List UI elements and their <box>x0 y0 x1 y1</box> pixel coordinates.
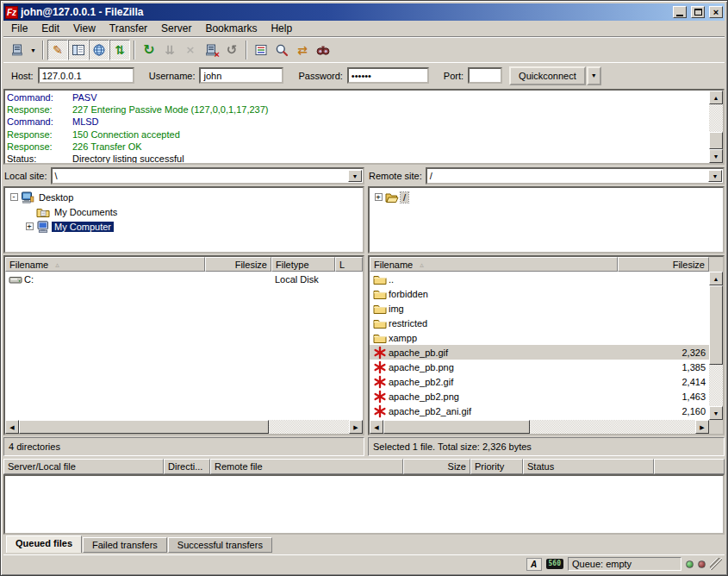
expand-icon[interactable]: + <box>26 222 34 230</box>
tree-node-root[interactable]: + / <box>373 190 723 204</box>
toggle-local-tree-button[interactable] <box>68 40 89 60</box>
remote-row[interactable]: apache_pb2_ani.gif 2,160 <box>370 404 709 418</box>
remote-row[interactable]: apache_pb2.gif 2,414 <box>370 374 709 389</box>
tab-failed-transfers[interactable]: Failed transfers <box>83 537 167 553</box>
scroll-thumb[interactable] <box>19 420 269 434</box>
scroll-track[interactable] <box>530 420 695 434</box>
scroll-down-icon[interactable]: ▼ <box>709 149 723 163</box>
combo-dropdown-icon[interactable]: ▼ <box>708 170 722 182</box>
file-search-button[interactable] <box>271 40 292 60</box>
scroll-track[interactable] <box>709 104 723 132</box>
local-row-c-drive[interactable]: C: Local Disk <box>5 272 363 286</box>
scroll-right-icon[interactable]: ▶ <box>695 420 709 434</box>
image-file-icon <box>373 346 387 360</box>
menu-help[interactable]: Help <box>264 21 299 36</box>
menu-transfer[interactable]: Transfer <box>103 21 154 36</box>
maximize-button[interactable] <box>691 6 705 18</box>
column-header-server-local-file[interactable]: Server/Local file <box>3 459 164 474</box>
scroll-down-icon[interactable]: ▼ <box>709 406 723 420</box>
scroll-up-icon[interactable]: ▲ <box>709 272 723 285</box>
process-queue-button[interactable]: ⇊ <box>159 40 180 60</box>
scroll-left-icon[interactable]: ◀ <box>370 420 383 434</box>
column-header-last-modified[interactable]: L <box>335 257 363 272</box>
column-header-filesize[interactable]: Filesize <box>205 257 271 272</box>
column-header-priority[interactable]: Priority <box>470 459 523 474</box>
column-header-filename[interactable]: Filename▵ <box>5 257 205 272</box>
cancel-operation-button[interactable]: × <box>180 40 201 60</box>
scroll-up-icon[interactable]: ▲ <box>709 91 723 104</box>
tab-successful-transfers[interactable]: Successful transfers <box>168 537 272 553</box>
app-icon[interactable]: Fz <box>5 6 18 19</box>
remote-row[interactable]: xampp <box>370 330 709 345</box>
scroll-track[interactable] <box>709 365 723 406</box>
column-header-size[interactable]: Size <box>403 459 470 474</box>
reconnect-button[interactable]: ↺ <box>221 40 242 60</box>
dropdown-icon: ▼ <box>30 47 36 53</box>
remote-row[interactable]: forbidden <box>370 286 709 301</box>
scroll-left-icon[interactable]: ◀ <box>5 420 19 434</box>
reconnect-icon: ↺ <box>227 44 238 56</box>
local-site-combo[interactable]: \ ▼ <box>51 167 364 185</box>
site-manager-dropdown[interactable]: ▼ <box>28 41 39 59</box>
quickconnect-dropdown[interactable]: ▼ <box>587 66 601 85</box>
remote-row[interactable]: .. <box>370 272 709 286</box>
activity-led-red <box>698 560 706 568</box>
remote-row[interactable]: img <box>370 301 709 316</box>
sort-asc-icon: ▵ <box>420 260 424 269</box>
local-horizontal-scrollbar[interactable]: ◀ ▶ <box>5 420 363 434</box>
image-file-icon <box>373 360 387 374</box>
column-header-status[interactable]: Status <box>523 459 654 474</box>
synchronized-browsing-button[interactable]: ⇄ <box>292 40 313 60</box>
expand-icon[interactable]: + <box>375 193 383 201</box>
minimize-button[interactable] <box>673 6 687 18</box>
remote-list-rows: .. forbidden img restricted <box>370 272 709 420</box>
scroll-thumb[interactable] <box>709 285 723 365</box>
menu-server[interactable]: Server <box>154 21 198 36</box>
tree-node-desktop[interactable]: - Desktop <box>9 190 363 204</box>
menu-bookmarks[interactable]: Bookmarks <box>198 21 264 36</box>
speed-limit-icon[interactable]: 560 <box>546 559 563 569</box>
menu-edit[interactable]: Edit <box>34 21 66 36</box>
refresh-button[interactable]: ↻ <box>139 40 159 60</box>
remote-row[interactable]: apache_pb.png 1,385 <box>370 360 709 374</box>
column-header-filename[interactable]: Filename▵ <box>370 257 618 272</box>
column-header-remote-file[interactable]: Remote file <box>210 459 403 474</box>
directory-comparison-button[interactable] <box>313 40 333 60</box>
scroll-track[interactable] <box>269 420 349 434</box>
column-header-direction[interactable]: Directi... <box>164 459 210 474</box>
remote-row-selected[interactable]: apache_pb.gif 2,326 <box>370 345 709 360</box>
port-input[interactable] <box>468 67 502 84</box>
remote-row[interactable]: restricted <box>370 316 709 330</box>
toggle-message-log-button[interactable]: ✎ <box>47 40 68 60</box>
remote-horizontal-scrollbar[interactable]: ◀ ▶ <box>370 420 709 434</box>
tree-node-my-computer[interactable]: + My Computer <box>9 219 363 234</box>
column-header-filesize[interactable]: Filesize <box>618 257 709 272</box>
site-manager-icon <box>10 43 24 57</box>
combo-dropdown-icon[interactable]: ▼ <box>348 170 362 182</box>
remote-row[interactable]: apache_pb2.png 1,463 <box>370 389 709 404</box>
data-type-indicator-icon[interactable]: A <box>526 558 542 571</box>
scroll-thumb[interactable] <box>709 132 723 149</box>
close-button[interactable]: × <box>709 6 723 18</box>
site-manager-button[interactable] <box>7 40 28 60</box>
scroll-thumb[interactable] <box>383 420 530 434</box>
toggle-transfer-queue-button[interactable]: ⇅ <box>109 40 130 60</box>
remote-vertical-scrollbar[interactable]: ▲ ▼ <box>709 272 723 420</box>
disconnect-button[interactable]: × <box>201 40 221 60</box>
host-input[interactable] <box>38 67 134 84</box>
column-header-filetype[interactable]: Filetype <box>271 257 335 272</box>
log-vertical-scrollbar[interactable]: ▲ ▼ <box>709 91 723 163</box>
tab-queued-files[interactable]: Queued files <box>6 535 82 553</box>
scroll-right-icon[interactable]: ▶ <box>349 420 363 434</box>
username-input[interactable] <box>199 67 283 84</box>
menu-view[interactable]: View <box>66 21 103 36</box>
password-input[interactable] <box>347 67 429 84</box>
directory-listing-filters-button[interactable] <box>251 40 271 60</box>
tree-node-my-documents[interactable]: My Documents <box>9 204 363 219</box>
resize-grip[interactable] <box>710 558 722 570</box>
remote-site-combo[interactable]: / ▼ <box>426 167 725 185</box>
menu-file[interactable]: File <box>4 21 34 36</box>
toggle-remote-tree-button[interactable] <box>89 40 109 60</box>
collapse-icon[interactable]: - <box>10 193 18 201</box>
quickconnect-button[interactable]: Quickconnect <box>509 66 586 85</box>
